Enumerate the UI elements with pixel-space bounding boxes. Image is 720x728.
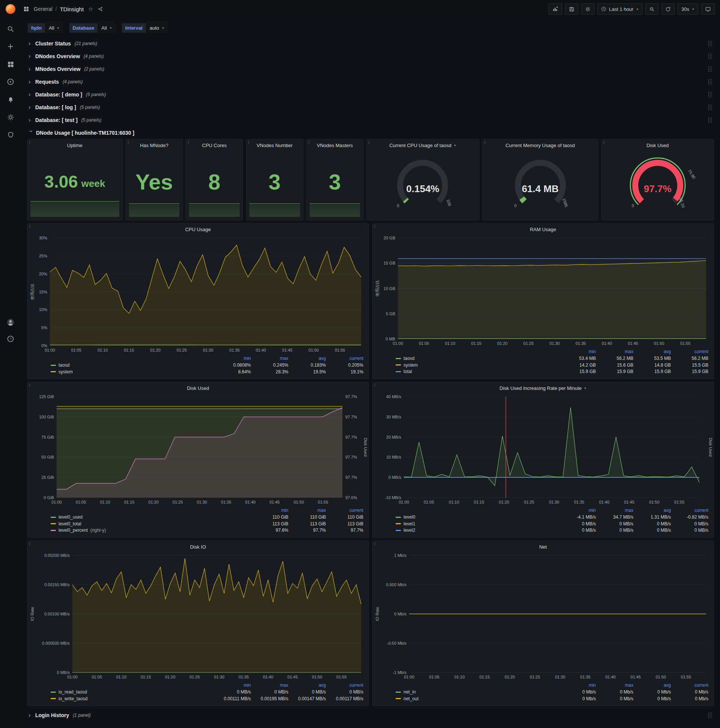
chart-plot[interactable]: 0 MB5 GB10 GB15 GB20 GB01:0001:0501:1001… (374, 235, 712, 347)
panel-header[interactable]: CPU Usage (27, 224, 369, 235)
breadcrumb-dashboard[interactable]: TDinsight (60, 6, 84, 12)
panel-info-icon[interactable]: i (485, 140, 485, 144)
panel-info-icon[interactable]: i (29, 140, 30, 144)
grafana-logo[interactable] (0, 0, 21, 18)
alerting-bell-icon[interactable] (6, 95, 15, 104)
legend-col-current[interactable]: current (326, 507, 363, 514)
legend-series-system[interactable]: system (50, 369, 214, 375)
panel-header[interactable]: Net (372, 541, 714, 552)
panel-info-icon[interactable]: i (374, 225, 375, 228)
user-avatar[interactable] (6, 318, 15, 326)
row-drag-handle[interactable] (707, 65, 712, 73)
dashboard-row-mnodes-overview[interactable]: ›MNodes Overview(2 panels) (27, 63, 714, 75)
legend-col-min[interactable]: min (214, 682, 251, 688)
dashboards-icon[interactable] (6, 60, 15, 68)
explore-compass-icon[interactable] (6, 78, 15, 86)
legend-series-level2[interactable]: level2 (396, 527, 558, 534)
chart-plot[interactable]: -10 MB/s0 MB/s10 MB/s20 MB/s30 MB/s40 MB… (374, 394, 712, 506)
dashboard-row-cluster-status[interactable]: ›Cluster Status(21 panels) (27, 37, 714, 50)
search-icon[interactable] (6, 25, 15, 33)
legend-series-level0-total[interactable]: level0_total (50, 521, 251, 527)
panel-header[interactable]: RAM Usage (372, 224, 714, 235)
panel-header[interactable]: CPU Cores (186, 139, 243, 151)
legend-col-max[interactable]: max (596, 682, 633, 688)
panel-info-icon[interactable]: i (309, 140, 310, 144)
zoom-out-button[interactable] (645, 3, 659, 15)
chart-plot[interactable]: -1 Mb/s-0.50 Mb/s0 Mb/s0.500 Mb/s1 Mb/s0… (374, 552, 712, 681)
panel-info-icon[interactable]: i (29, 383, 30, 387)
dashboard-settings-button[interactable] (581, 3, 594, 15)
panel-header[interactable]: Disk Used Increasing Rate per Minute▼ (372, 382, 714, 394)
legend-col-max[interactable]: max (288, 507, 326, 514)
legend-col-current[interactable]: current (326, 682, 363, 688)
legend-col-current[interactable]: current (671, 682, 708, 688)
panel-info-icon[interactable]: i (374, 383, 375, 387)
legend-col-min[interactable]: min (558, 349, 596, 355)
legend-series-taosd[interactable]: taosd (50, 362, 214, 369)
panel-header[interactable]: VNodes Number (246, 139, 303, 151)
dashboard-row-database-log[interactable]: ›Database: [ log ](5 panels) (27, 101, 714, 114)
panel-info-icon[interactable]: i (369, 140, 369, 144)
dashboard-row-dnode-usage[interactable]: › DNode Usage [ huolinhe-TM1701:6030 ] (27, 127, 714, 139)
refresh-button[interactable] (662, 3, 675, 15)
legend-series-io-write-taosd[interactable]: io_write_taosd (50, 696, 214, 702)
row-drag-handle[interactable] (707, 52, 712, 60)
variable-value-dropdown[interactable]: All▼ (45, 23, 63, 33)
variable-value-dropdown[interactable]: All▼ (98, 23, 116, 33)
legend-col-current[interactable]: current (671, 507, 708, 514)
row-drag-handle[interactable] (707, 104, 712, 111)
panel-info-icon[interactable]: i (603, 140, 604, 144)
legend-series-taosd[interactable]: taosd (396, 355, 558, 362)
legend-col-max[interactable]: max (251, 682, 288, 688)
panel-header[interactable]: Disk Used (601, 139, 714, 151)
dashboard-row-dnodes-overview[interactable]: ›DNodes Overview(4 panels) (27, 50, 714, 63)
legend-series-level0[interactable]: level0 (396, 514, 558, 520)
help-icon[interactable]: ? (6, 335, 15, 343)
legend-col-avg[interactable]: avg (633, 349, 671, 355)
time-range-picker[interactable]: Last 1 hour ▼ (597, 3, 642, 15)
dashboards-grid-icon[interactable] (23, 6, 29, 12)
legend-col-avg[interactable]: avg (633, 507, 671, 514)
row-drag-handle[interactable] (707, 711, 712, 719)
server-admin-shield-icon[interactable] (6, 131, 15, 139)
legend-col-current[interactable]: current (671, 349, 708, 355)
row-drag-handle[interactable] (707, 91, 712, 98)
variable-value-dropdown[interactable]: auto▼ (146, 23, 168, 33)
save-dashboard-button[interactable] (565, 3, 578, 15)
legend-series-total[interactable]: total (396, 369, 558, 375)
panel-info-icon[interactable]: i (188, 140, 189, 144)
legend-col-max[interactable]: max (596, 507, 633, 514)
panel-header[interactable]: Has MNode? (126, 139, 183, 151)
row-drag-handle[interactable] (707, 40, 712, 47)
create-plus-icon[interactable] (6, 43, 15, 50)
legend-col-min[interactable]: min (251, 507, 288, 514)
legend-col-current[interactable]: current (326, 355, 363, 362)
legend-series-net-in[interactable]: net_in (396, 689, 558, 695)
legend-series-system[interactable]: system (396, 362, 558, 369)
legend-col-avg[interactable]: avg (633, 682, 671, 688)
chart-plot[interactable]: 0 GiB25 GiB50 GiB75 GiB100 GiB125 GiB97.… (29, 394, 367, 506)
dashboard-row-login-history[interactable]: ›Login History(1 panel) (27, 709, 714, 722)
row-drag-handle[interactable] (707, 78, 712, 86)
legend-col-max[interactable]: max (596, 349, 633, 355)
legend-series-level0-percent[interactable]: level0_percent(right-y) (50, 527, 251, 534)
refresh-interval-picker[interactable]: 30s ▼ (677, 3, 698, 15)
breadcrumb-folder[interactable]: General (34, 6, 52, 12)
legend-col-min[interactable]: min (558, 507, 596, 514)
add-panel-button[interactable] (549, 3, 562, 15)
panel-info-icon[interactable]: i (29, 225, 30, 228)
share-icon[interactable] (98, 6, 103, 12)
legend-col-avg[interactable]: avg (288, 355, 326, 362)
panel-info-icon[interactable]: i (128, 140, 129, 144)
panel-info-icon[interactable]: i (374, 542, 375, 546)
dashboard-row-database-demo[interactable]: ›Database: [ demo ](5 panels) (27, 88, 714, 101)
chart-plot[interactable]: 0 MB/s0.000500 MB/s0.00100 MB/s0.00150 M… (29, 552, 367, 681)
legend-series-level0-used[interactable]: level0_used (50, 514, 251, 520)
panel-header[interactable]: Disk Used (27, 382, 369, 394)
legend-col-avg[interactable]: avg (288, 682, 326, 688)
legend-col-min[interactable]: min (558, 682, 596, 688)
panel-info-icon[interactable]: i (248, 140, 249, 144)
dashboard-row-requests[interactable]: ›Requests(4 panels) (27, 75, 714, 88)
panel-header[interactable]: Disk IO (27, 541, 369, 552)
configuration-gear-icon[interactable] (6, 113, 15, 121)
